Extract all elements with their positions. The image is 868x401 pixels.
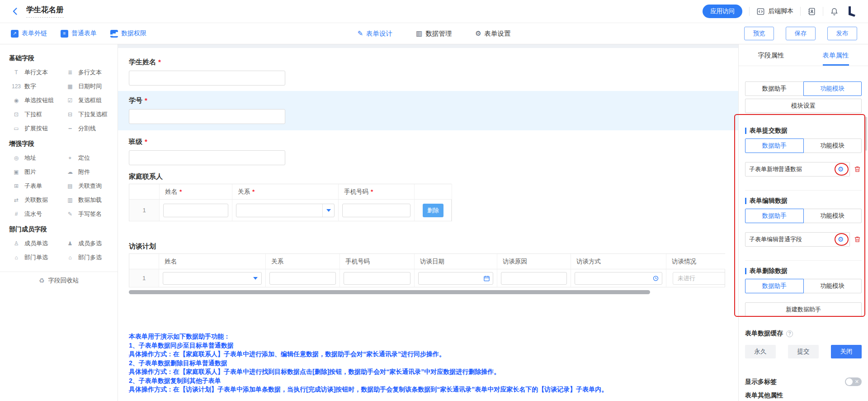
section-mode-switcher: 数据助手功能模块 xyxy=(745,209,862,223)
tab-表单设计[interactable]: ✎表单设计 xyxy=(357,29,392,38)
sidebar-item-数字[interactable]: 123数字 xyxy=(6,79,60,93)
section-数据助手-button[interactable]: 数据助手 xyxy=(745,209,804,223)
sidebar-item-子表单[interactable]: ⊞子表单 xyxy=(6,179,60,193)
sidebar-item-附件[interactable]: ☁附件 xyxy=(60,165,114,179)
interview-phone-input[interactable] xyxy=(344,272,410,285)
sidebar-item-分割线[interactable]: ┅分割线 xyxy=(60,121,114,135)
section-数据助手-button[interactable]: 数据助手 xyxy=(745,279,804,293)
sidebar-item-部门单选[interactable]: ⌂部门单选 xyxy=(6,250,60,264)
interview-status-value[interactable]: 未进行 xyxy=(673,272,725,285)
address-book-icon[interactable] xyxy=(807,7,816,16)
gear-icon[interactable]: ⚙ xyxy=(838,235,844,243)
toolbar-link-表单外链[interactable]: ↗表单外链 xyxy=(11,29,47,38)
sidebar-item-成员单选[interactable]: ♙成员单选 xyxy=(6,236,60,250)
class-input[interactable] xyxy=(129,150,285,165)
sidebar-item-下拉复选框[interactable]: ⊟下拉复选框 xyxy=(60,107,114,121)
sidebar-item-日期时间[interactable]: ▦日期时间 xyxy=(60,79,114,93)
sidebar-item-手写签名[interactable]: ✎手写签名 xyxy=(60,207,114,221)
sidebar-item-成员多选[interactable]: ♟成员多选 xyxy=(60,236,114,250)
sidebar-item-复选框组[interactable]: ☑复选框组 xyxy=(60,93,114,107)
scrollbar-thumb[interactable] xyxy=(129,290,650,294)
form-other-properties-title: 表单其他属性 xyxy=(745,391,862,400)
sidebar-item-关联查询[interactable]: ▤关联查询 xyxy=(60,179,114,193)
section-数据助手-button[interactable]: 数据助手 xyxy=(745,138,804,153)
sidebar-section-title: 部门成员字段 xyxy=(0,222,118,236)
toggle-off-icon: ✕ xyxy=(855,378,859,385)
sidebar-item-下拉框[interactable]: ⊡下拉框 xyxy=(6,107,60,121)
sidebar-item-单行文本[interactable]: T单行文本 xyxy=(6,65,60,79)
interview-reason-input[interactable] xyxy=(501,272,567,285)
sidebar-item-图片[interactable]: ▣图片 xyxy=(6,165,60,179)
sidebar-item-label: 成员单选 xyxy=(24,239,48,248)
action-button-发布[interactable]: 发布 xyxy=(827,27,857,40)
assistant-item-box[interactable]: 子表单编辑普通字段⚙ xyxy=(745,232,850,247)
function-module-mode-button[interactable]: 功能模块 xyxy=(803,81,862,96)
sidebar-item-关联数据[interactable]: ⇄关联数据 xyxy=(6,193,60,207)
toolbar-link-数据权限[interactable]: ▂▄▆数据权限 xyxy=(110,29,146,38)
interview-method-input[interactable] xyxy=(575,272,662,285)
section-title-label: 表单提交数据 xyxy=(750,127,788,135)
field-student-name[interactable]: 学生姓名* xyxy=(129,57,738,86)
panel-scrollbar-thumb[interactable] xyxy=(865,117,867,151)
sidebar-item-地址[interactable]: ◎地址 xyxy=(6,151,60,165)
recycle-bin-icon: ♻ xyxy=(39,277,45,284)
clock-icon[interactable] xyxy=(652,275,659,282)
sidebar-item-流水号[interactable]: #流水号 xyxy=(6,207,60,221)
action-button-保存[interactable]: 保存 xyxy=(786,27,816,40)
relation-select[interactable] xyxy=(236,204,335,217)
section-功能模块-button[interactable]: 功能模块 xyxy=(803,138,862,153)
cache-option-关闭[interactable]: 关闭 xyxy=(831,345,862,358)
sidebar-item-多行文本[interactable]: ≣多行文本 xyxy=(60,65,114,79)
contact-name-input[interactable] xyxy=(163,204,228,217)
field-student-id-selected[interactable]: 学号* xyxy=(118,91,738,130)
assistant-item-box[interactable]: 子表单新增普通数据⚙ xyxy=(745,162,850,177)
backend-script-button[interactable]: 后端脚本 xyxy=(756,7,793,16)
sidebar-item-扩展按钮[interactable]: ▭扩展按钮 xyxy=(6,121,60,135)
field-class[interactable]: 班级* xyxy=(129,137,738,165)
back-icon[interactable] xyxy=(11,7,20,16)
sidebar-item-单选按钮组[interactable]: ◉单选按钮组 xyxy=(6,93,60,107)
cache-option-永久[interactable]: 永久 xyxy=(745,345,776,358)
field-type-icon: ⌖ xyxy=(66,155,75,161)
field-type-icon: ⊞ xyxy=(12,183,21,189)
action-button-预览[interactable]: 预览 xyxy=(744,27,774,40)
phone-input[interactable] xyxy=(342,204,410,217)
section-功能模块-button[interactable]: 功能模块 xyxy=(803,279,862,293)
module-settings-button[interactable]: 模块设置 xyxy=(745,99,862,113)
interview-name-select[interactable] xyxy=(163,272,262,285)
tab-表单设置[interactable]: ⚙表单设置 xyxy=(475,29,510,38)
assistant-item-row: 子表单编辑普通字段⚙ xyxy=(745,232,862,247)
tab-field-properties[interactable]: 字段属性 xyxy=(739,44,803,66)
sidebar-item-label: 图片 xyxy=(24,168,36,176)
trash-icon[interactable] xyxy=(854,165,862,173)
student-id-input[interactable] xyxy=(129,109,285,124)
interview-date-input[interactable] xyxy=(418,272,493,285)
bell-icon[interactable] xyxy=(830,7,839,16)
delete-row-button[interactable]: 删除 xyxy=(423,204,443,217)
interview-relation-input[interactable] xyxy=(269,272,336,285)
gear-icon[interactable]: ⚙ xyxy=(838,165,844,173)
trash-icon[interactable] xyxy=(854,235,862,243)
sidebar-item-部门多选[interactable]: ⌂部门多选 xyxy=(60,250,114,264)
section-功能模块-button[interactable]: 功能模块 xyxy=(803,209,862,223)
assistant-item-box[interactable]: 新建数据助手 xyxy=(745,302,862,317)
section-divider xyxy=(745,260,862,261)
student-name-input[interactable] xyxy=(129,71,285,86)
help-icon[interactable]: ? xyxy=(786,330,793,337)
tab-数据管理[interactable]: ▥数据管理 xyxy=(416,29,452,38)
calendar-icon[interactable] xyxy=(483,275,490,282)
sidebar-item-数据加载[interactable]: ▥数据加载 xyxy=(60,193,114,207)
tab-form-properties[interactable]: 表单属性 xyxy=(803,44,868,66)
sidebar-section-items: T单行文本≣多行文本123数字▦日期时间◉单选按钮组☑复选框组⊡下拉框⊟下拉复选… xyxy=(0,65,118,136)
toolbar-link-普通表单[interactable]: ≡普通表单 xyxy=(61,29,97,38)
field-recycle-bin[interactable]: ♻ 字段回收站 xyxy=(0,272,118,289)
workspace-logo-icon[interactable] xyxy=(845,5,857,17)
app-access-button[interactable]: 应用访问 xyxy=(703,5,742,18)
toolbar-link-label: 表单外链 xyxy=(22,29,47,38)
assistant-item-label: 子表单新增普通数据 xyxy=(749,165,802,173)
field-type-icon: ▭ xyxy=(12,125,21,132)
data-assistant-mode-button[interactable]: 数据助手 xyxy=(745,81,804,96)
sidebar-item-定位[interactable]: ⌖定位 xyxy=(60,151,114,165)
multi-tab-toggle[interactable]: ✕ xyxy=(845,377,862,386)
cache-option-提交[interactable]: 提交 xyxy=(788,345,819,358)
